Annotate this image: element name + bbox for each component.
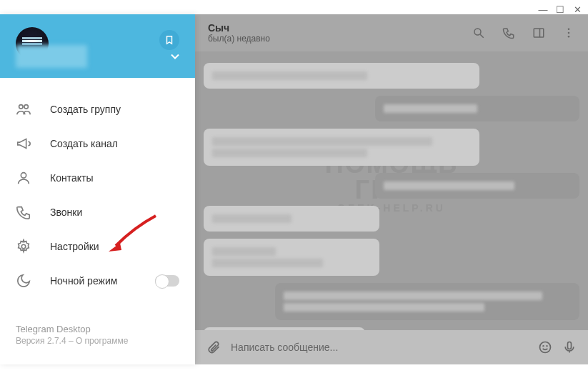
message-bubble[interactable] <box>275 283 579 320</box>
account-row[interactable] <box>16 45 182 68</box>
message-input[interactable]: Написать сообщение... <box>231 342 528 353</box>
menu-item-calls[interactable]: Звонки <box>0 195 195 229</box>
app-name-label: Telegram Desktop <box>16 324 179 334</box>
moon-icon <box>16 273 31 289</box>
message-bubble[interactable] <box>375 173 579 199</box>
svg-point-2 <box>21 173 26 178</box>
menu-item-create-channel[interactable]: Создать канал <box>0 126 195 161</box>
chat-title[interactable]: Сыч <box>208 22 461 34</box>
svg-point-5 <box>474 29 481 35</box>
username-label <box>16 45 87 68</box>
window-maximize-button[interactable]: ☐ <box>555 4 565 14</box>
window-minimize-button[interactable]: — <box>538 4 548 14</box>
message-bubble[interactable] <box>204 327 365 330</box>
chat-status: был(а) недавно <box>208 34 461 44</box>
gear-icon <box>16 239 31 254</box>
chevron-down-icon <box>168 49 182 64</box>
svg-point-12 <box>540 342 551 353</box>
svg-point-10 <box>568 32 570 34</box>
main-menu-drawer: Создать группу Создать канал Контакты Зв… <box>0 14 195 364</box>
menu-label: Контакты <box>50 172 93 184</box>
night-mode-toggle[interactable] <box>155 275 179 287</box>
person-icon <box>16 170 31 186</box>
svg-point-0 <box>19 105 23 109</box>
menu-label: Создать канал <box>50 138 118 149</box>
emoji-icon[interactable] <box>538 340 552 354</box>
message-composer: Написать сообщение... <box>195 330 588 364</box>
svg-point-11 <box>568 36 570 38</box>
attach-icon[interactable] <box>206 340 221 354</box>
message-bubble[interactable] <box>204 63 479 89</box>
svg-line-6 <box>480 34 484 38</box>
search-icon[interactable] <box>472 26 485 39</box>
menu-item-contacts[interactable]: Контакты <box>0 161 195 195</box>
menu-item-night-mode[interactable]: Ночной режим <box>0 264 195 298</box>
svg-point-13 <box>543 346 544 347</box>
message-bubble[interactable] <box>204 206 379 232</box>
svg-rect-7 <box>534 29 544 37</box>
drawer-footer: Telegram Desktop Версия 2.7.4 – О програ… <box>0 312 195 364</box>
chat-header: Сыч был(а) недавно <box>195 14 588 51</box>
more-icon[interactable] <box>562 26 575 39</box>
window-close-button[interactable]: ✕ <box>572 4 582 14</box>
svg-rect-15 <box>568 342 572 349</box>
menu-item-create-group[interactable]: Создать группу <box>0 92 195 126</box>
drawer-menu: Создать группу Создать канал Контакты Зв… <box>0 78 195 312</box>
svg-point-14 <box>547 346 547 347</box>
svg-point-3 <box>21 244 26 249</box>
message-bubble[interactable] <box>204 129 479 166</box>
svg-point-1 <box>24 105 28 109</box>
menu-label: Настройки <box>50 241 99 252</box>
window-controls: — ☐ ✕ <box>538 4 582 14</box>
group-icon <box>16 101 31 117</box>
chat-area: Сыч был(а) недавно ПОМОЩЬГИКА GEEK-HELP.… <box>195 14 588 364</box>
menu-label: Создать группу <box>50 104 121 115</box>
version-label[interactable]: Версия 2.7.4 – О программе <box>16 336 179 346</box>
menu-label: Звонки <box>50 207 82 218</box>
messages-list[interactable]: ПОМОЩЬГИКА GEEK-HELP.RU <box>195 51 588 330</box>
message-bubble[interactable] <box>375 96 579 121</box>
menu-item-settings[interactable]: Настройки <box>0 229 195 264</box>
bookmark-icon <box>164 35 174 45</box>
call-icon[interactable] <box>502 26 515 39</box>
message-bubble[interactable] <box>204 239 379 276</box>
drawer-header <box>0 14 195 78</box>
side-panel-icon[interactable] <box>532 26 545 39</box>
svg-point-9 <box>568 28 570 30</box>
microphone-icon[interactable] <box>562 340 577 354</box>
phone-icon <box>16 204 31 220</box>
menu-label: Ночной режим <box>50 275 117 287</box>
megaphone-icon <box>16 136 31 151</box>
